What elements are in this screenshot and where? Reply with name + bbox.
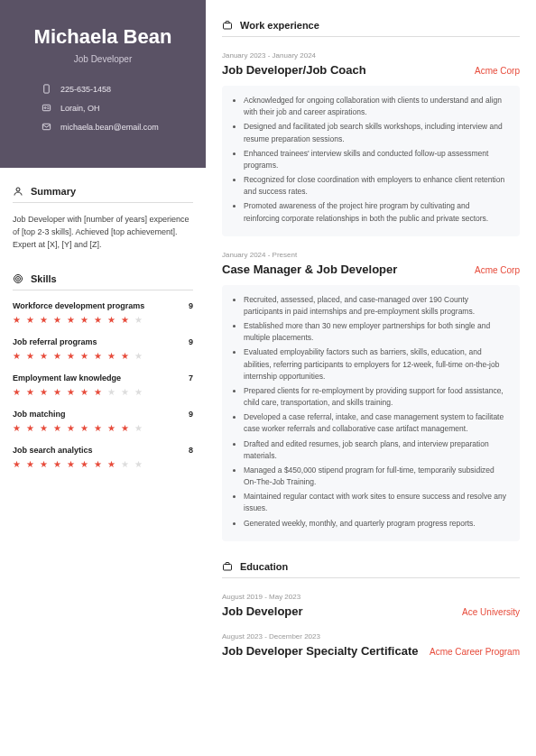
star-icon: ★ xyxy=(94,351,102,361)
edu-title: Job Developer Specialty Certificate xyxy=(222,644,418,658)
skill-score: 9 xyxy=(189,410,193,419)
experience-list: January 2023 - January 2024Job Developer… xyxy=(222,51,520,541)
star-row: ★★★★★★★★★★ xyxy=(13,459,193,469)
star-row: ★★★★★★★★★★ xyxy=(13,423,193,433)
target-icon xyxy=(13,273,23,284)
summary-text: Job Developer with [number of years] exp… xyxy=(13,214,193,252)
star-icon: ★ xyxy=(107,459,116,469)
bullet-item: Developed a case referral, intake, and c… xyxy=(244,411,507,435)
date-range: August 2023 - December 2023 xyxy=(222,632,520,641)
education-heading: Education xyxy=(222,561,520,572)
divider xyxy=(13,290,193,290)
star-icon: ★ xyxy=(13,387,21,397)
svg-rect-12 xyxy=(224,564,232,570)
star-icon: ★ xyxy=(134,351,143,361)
star-icon: ★ xyxy=(134,387,143,397)
phone-text: 225-635-1458 xyxy=(60,85,111,94)
bullet-box: Acknowledged for ongoing collaboration w… xyxy=(222,86,520,236)
star-row: ★★★★★★★★★★ xyxy=(13,387,193,397)
job-title-row: Job Developer/Job CoachAcme Corp xyxy=(222,63,520,77)
briefcase-icon xyxy=(222,20,233,31)
bullet-item: Evaluated employability factors such as … xyxy=(244,346,507,383)
star-icon: ★ xyxy=(53,459,61,469)
star-icon: ★ xyxy=(107,423,116,433)
email-icon xyxy=(42,122,51,132)
svg-point-10 xyxy=(18,278,19,279)
star-icon: ★ xyxy=(80,423,88,433)
star-icon: ★ xyxy=(40,459,48,469)
company-name: Acme Corp xyxy=(475,265,520,275)
skill-score: 8 xyxy=(189,446,193,455)
star-icon: ★ xyxy=(13,423,21,433)
bullet-item: Acknowledged for ongoing collaboration w… xyxy=(244,95,507,118)
work-heading: Work experience xyxy=(222,20,520,31)
skills-label: Skills xyxy=(31,273,57,284)
edu-title: Job Developer xyxy=(222,604,303,618)
contact-email: michaela.bean@email.com xyxy=(16,122,189,132)
edu-title-row: Job DeveloperAce University xyxy=(222,604,520,618)
star-icon: ★ xyxy=(94,423,102,433)
star-icon: ★ xyxy=(26,423,34,433)
bullet-item: Designed and facilitated job search skil… xyxy=(244,121,507,144)
star-icon: ★ xyxy=(67,315,75,325)
person-title: Job Developer xyxy=(16,54,189,64)
date-range: January 2024 - Present xyxy=(222,251,520,259)
phone-icon xyxy=(42,84,51,94)
star-icon: ★ xyxy=(26,315,34,325)
bullet-item: Generated weekly, monthly, and quarterly… xyxy=(244,518,507,530)
skill-item: Job search analytics8★★★★★★★★★★ xyxy=(13,446,193,469)
divider xyxy=(222,577,520,578)
divider xyxy=(13,202,193,203)
star-icon: ★ xyxy=(67,387,75,397)
star-row: ★★★★★★★★★★ xyxy=(13,351,193,361)
star-icon: ★ xyxy=(40,423,48,433)
email-text: michaela.bean@email.com xyxy=(60,123,159,132)
star-icon: ★ xyxy=(94,387,102,397)
job-title: Case Manager & Job Developer xyxy=(222,263,397,276)
star-icon: ★ xyxy=(26,351,34,361)
school-name: Acme Career Program xyxy=(430,647,520,657)
date-range: January 2023 - January 2024 xyxy=(222,51,520,60)
school-name: Ace University xyxy=(462,607,520,617)
job-title: Job Developer/Job Coach xyxy=(222,63,366,77)
divider xyxy=(222,36,520,37)
star-icon: ★ xyxy=(134,315,143,325)
bullet-item: Recruited, assessed, placed, and case-ma… xyxy=(244,294,507,318)
star-icon: ★ xyxy=(94,459,102,469)
star-icon: ★ xyxy=(26,459,34,469)
summary-heading: Summary xyxy=(13,186,193,197)
star-icon: ★ xyxy=(40,351,48,361)
skill-name: Job matching xyxy=(13,410,66,419)
summary-label: Summary xyxy=(31,186,76,197)
svg-rect-11 xyxy=(224,23,232,30)
star-icon: ★ xyxy=(13,351,21,361)
star-icon: ★ xyxy=(121,459,129,469)
edu-title-row: Job Developer Specialty CertificateAcme … xyxy=(222,644,520,658)
location-text: Lorain, OH xyxy=(60,104,100,113)
education-list: August 2019 - May 2023Job DeveloperAce U… xyxy=(222,593,520,658)
bullet-item: Promoted awareness of the project hire p… xyxy=(244,200,507,224)
sidebar: Michaela Bean Job Developer 225-635-1458… xyxy=(0,0,206,756)
bullet-item: Established more than 30 new employer pa… xyxy=(244,320,507,344)
star-icon: ★ xyxy=(121,315,129,325)
person-icon xyxy=(13,186,23,197)
star-icon: ★ xyxy=(53,387,61,397)
skill-score: 7 xyxy=(189,373,193,383)
star-icon: ★ xyxy=(67,423,75,433)
skill-name: Job search analytics xyxy=(13,446,93,455)
bullet-item: Enhanced trainees' interview skills and … xyxy=(244,148,507,171)
star-icon: ★ xyxy=(53,423,61,433)
star-icon: ★ xyxy=(107,351,116,361)
skill-item: Job referral programs9★★★★★★★★★★ xyxy=(13,337,193,361)
bullet-item: Drafted and edited resumes, job search p… xyxy=(244,438,507,462)
education-label: Education xyxy=(240,561,288,572)
skill-score: 9 xyxy=(189,337,193,346)
star-icon: ★ xyxy=(40,315,48,325)
bullet-item: Maintained regular contact with work sit… xyxy=(244,491,507,514)
star-icon: ★ xyxy=(134,423,143,433)
star-icon: ★ xyxy=(13,459,21,469)
skill-item: Workforce development programs9★★★★★★★★★… xyxy=(13,301,193,325)
location-icon xyxy=(42,103,51,113)
job-title-row: Case Manager & Job DeveloperAcme Corp xyxy=(222,263,520,276)
work-label: Work experience xyxy=(240,20,319,31)
